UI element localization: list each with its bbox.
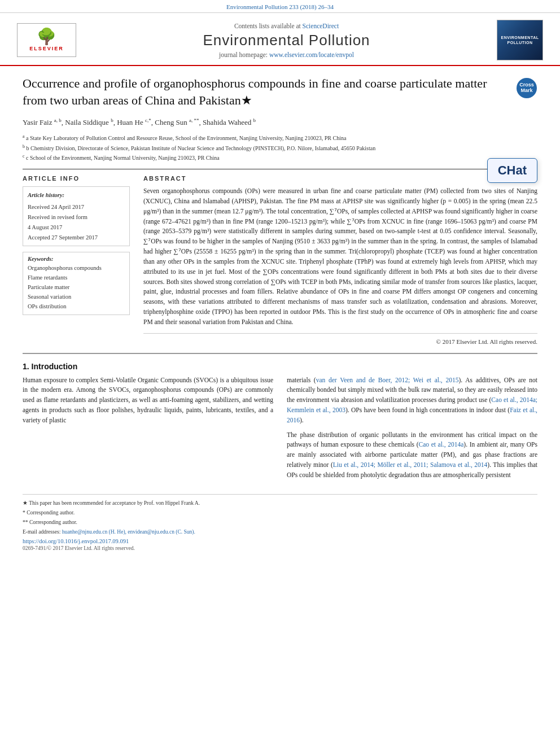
- issn-line: 0269-7491/© 2017 Elsevier Ltd. All right…: [23, 545, 537, 551]
- footnote-3: ** Corresponding author.: [23, 518, 537, 526]
- email-link-1[interactable]: huanhe@njnu.edu.cn (H. He),: [62, 529, 126, 535]
- keyword-1: Flame retardants: [28, 273, 125, 283]
- available-text: Contents lists available at ScienceDirec…: [76, 23, 497, 29]
- article-title-section: Occurrence and profile of organophosphor…: [23, 75, 537, 108]
- ref-liu: Liu et al., 2014; Möller et al., 2011; S…: [333, 461, 488, 468]
- main-content: Occurrence and profile of organophosphor…: [0, 66, 560, 562]
- thumb-title-text: ENVIRONMENTAL POLLUTION: [500, 35, 540, 45]
- keywords-label: Keywords:: [28, 256, 125, 262]
- intro-right-col: materials (van der Veen and de Boer, 201…: [287, 375, 537, 485]
- keywords-box: Keywords: Organophosphorus compounds Fla…: [23, 252, 130, 315]
- tree-icon: 🌳: [37, 29, 56, 45]
- footnote-1: ★ This paper has been recommended for ac…: [23, 499, 537, 507]
- article-info-col: ARTICLE INFO Article history: Received 2…: [23, 175, 130, 344]
- article-title: Occurrence and profile of organophosphor…: [23, 75, 507, 108]
- svg-text:Cross: Cross: [519, 82, 534, 88]
- intro-right-para1: materials (van der Veen and de Boer, 201…: [287, 375, 537, 426]
- affiliation-c: c c School of the Environment, Nanjing N…: [23, 153, 537, 162]
- journal-header: 🌳 ELSEVIER Contents lists available at S…: [0, 13, 560, 66]
- footnote-2: * Corresponding author.: [23, 509, 537, 517]
- abstract-paragraph: Seven organophosphorus compounds (OPs) w…: [143, 186, 537, 327]
- ref-veen: van der Veen and de Boer, 2012; Wei et a…: [316, 377, 459, 383]
- article-history-box: Article history: Received 24 April 2017 …: [23, 186, 130, 246]
- doi-link: https://doi.org/10.1016/j.envpol.2017.09…: [23, 538, 537, 544]
- authors-text: Yasir Faiz a, b, Naila Siddique b, Huan …: [23, 118, 256, 126]
- abstract-label: ABSTRACT: [143, 175, 537, 182]
- intro-title: 1. Introduction: [23, 362, 537, 371]
- article-info-abstract-section: ARTICLE INFO Article history: Received 2…: [23, 169, 537, 344]
- footer-section: ★ This paper has been recommended for ac…: [23, 494, 537, 551]
- accepted-date: Accepted 27 September 2017: [28, 233, 125, 243]
- journal-reference-bar: Environmental Pollution 233 (2018) 26–34: [0, 0, 560, 13]
- ref-cao2: Cao et al., 2014a: [419, 441, 464, 448]
- journal-header-center: Contents lists available at ScienceDirec…: [76, 23, 497, 58]
- received-revised-label: Received in revised form: [28, 212, 125, 222]
- intro-left-col: Human exposure to complex Semi-Volatile …: [23, 375, 273, 485]
- chat-popup[interactable]: CHat: [487, 158, 537, 183]
- keyword-0: Organophosphorus compounds: [28, 264, 125, 273]
- ref-cao1: Cao et al., 2014a; Kemmlein et al., 2003: [287, 396, 537, 413]
- keyword-2: Particulate matter: [28, 283, 125, 292]
- intro-left-para1: Human exposure to complex Semi-Volatile …: [23, 375, 273, 426]
- homepage-url-link[interactable]: www.elsevier.com/locate/envpol: [269, 51, 354, 58]
- svg-text:Mark: Mark: [520, 88, 533, 93]
- revised-date: 4 August 2017: [28, 222, 125, 233]
- article-info-label: ARTICLE INFO: [23, 175, 130, 182]
- affiliations: a a State Key Laboratory of Pollution Co…: [23, 133, 537, 162]
- doi-anchor[interactable]: https://doi.org/10.1016/j.envpol.2017.09…: [23, 538, 129, 544]
- introduction-section: 1. Introduction Human exposure to comple…: [23, 353, 537, 485]
- keyword-4: OPs distribution: [28, 302, 125, 312]
- journal-title: Environmental Pollution: [76, 32, 497, 49]
- elsevier-logo: 🌳 ELSEVIER: [17, 23, 76, 57]
- homepage-line: journal homepage: www.elsevier.com/locat…: [76, 51, 497, 58]
- sciencedirect-link[interactable]: ScienceDirect: [303, 23, 339, 29]
- intro-right-para2: The phase distribution of organic pollut…: [287, 430, 537, 480]
- abstract-text: Seven organophosphorus compounds (OPs) w…: [143, 186, 537, 327]
- journal-thumbnail: ENVIRONMENTAL POLLUTION: [497, 20, 543, 60]
- email-label: E-mail addresses:: [23, 529, 60, 535]
- crossmark-badge: Cross Mark: [516, 77, 537, 99]
- chat-label: CHat: [498, 163, 527, 177]
- copyright-line: © 2017 Elsevier Ltd. All rights reserved…: [143, 333, 537, 345]
- affiliation-a: a a State Key Laboratory of Pollution Co…: [23, 133, 537, 142]
- abstract-col: ABSTRACT Seven organophosphorus compound…: [143, 175, 537, 344]
- journal-ref-text: Environmental Pollution 233 (2018) 26–34: [226, 3, 334, 10]
- affiliation-b: b b Chemistry Division, Directorate of S…: [23, 143, 537, 152]
- keyword-3: Seasonal variation: [28, 292, 125, 302]
- history-label: Article history:: [28, 190, 125, 200]
- received-date: Received 24 April 2017: [28, 202, 125, 212]
- authors-line: Yasir Faiz a, b, Naila Siddique b, Huan …: [23, 116, 537, 128]
- intro-two-col: Human exposure to complex Semi-Volatile …: [23, 375, 537, 485]
- page: Environmental Pollution 233 (2018) 26–34…: [0, 0, 560, 747]
- elsevier-brand-name: ELSEVIER: [29, 46, 64, 51]
- email-line: E-mail addresses: huanhe@njnu.edu.cn (H.…: [23, 528, 537, 536]
- email-link-2[interactable]: envidean@nju.edu.cn (C. Sun).: [128, 529, 195, 535]
